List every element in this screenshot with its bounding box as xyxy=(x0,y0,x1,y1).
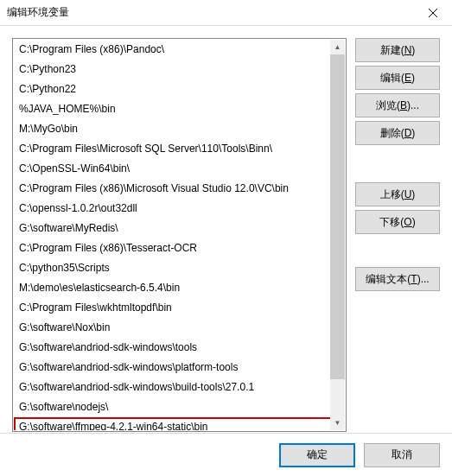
list-item[interactable]: C:\Program Files (x86)\Tesseract-OCR xyxy=(14,238,345,258)
list-item[interactable]: G:\software\MyRedis\ xyxy=(14,219,345,238)
scroll-thumb[interactable] xyxy=(330,54,345,379)
titlebar: 编辑环境变量 xyxy=(0,0,452,26)
window-title: 编辑环境变量 xyxy=(7,5,413,20)
move-up-button[interactable]: 上移(U) xyxy=(355,182,440,206)
list-item[interactable]: C:\openssl-1.0.2r\out32dll xyxy=(14,199,345,219)
close-button[interactable] xyxy=(413,0,452,26)
scroll-down-button[interactable]: ▼ xyxy=(330,416,345,430)
scroll-up-button[interactable]: ▲ xyxy=(330,40,345,54)
list-item[interactable]: %JAVA_HOME%\bin xyxy=(14,99,345,119)
list-item[interactable]: C:\Program Files\wkhtmltopdf\bin xyxy=(14,298,345,318)
list-item[interactable]: M:\MyGo\bin xyxy=(14,119,345,139)
spacer xyxy=(355,149,440,179)
list-item[interactable]: C:\python35\Scripts xyxy=(14,258,345,278)
edit-text-button[interactable]: 编辑文本(T)... xyxy=(355,267,440,291)
list-item[interactable]: C:\Program Files (x86)\Pandoc\ xyxy=(14,40,345,60)
close-icon xyxy=(429,9,437,17)
list-item[interactable]: G:\software\Nox\bin xyxy=(14,318,345,338)
list-item[interactable]: C:\OpenSSL-Win64\bin\ xyxy=(14,159,345,179)
ok-button[interactable]: 确定 xyxy=(279,443,355,467)
list-item[interactable]: G:\software\andriod-sdk-windows\platform… xyxy=(14,358,345,378)
list-item[interactable]: C:\Program Files (x86)\Microsoft Visual … xyxy=(14,179,345,199)
scroll-track[interactable] xyxy=(330,54,345,416)
buttons-column: 新建(N) 编辑(E) 浏览(B)... 删除(D) 上移(U) 下移(O) 编… xyxy=(355,38,440,432)
path-listbox[interactable]: C:\Program Files (x86)\Pandoc\C:\Python2… xyxy=(12,38,347,432)
list-inner: C:\Program Files (x86)\Pandoc\C:\Python2… xyxy=(14,40,345,430)
list-item[interactable]: C:\Python22 xyxy=(14,79,345,99)
spacer xyxy=(355,238,440,263)
cancel-button[interactable]: 取消 xyxy=(364,443,440,467)
list-item[interactable]: C:\Program Files\Microsoft SQL Server\11… xyxy=(14,139,345,159)
move-down-button[interactable]: 下移(O) xyxy=(355,210,440,234)
browse-button[interactable]: 浏览(B)... xyxy=(355,93,440,117)
list-item[interactable]: G:\software\andriod-sdk-windows\build-to… xyxy=(14,378,345,397)
list-item[interactable]: G:\software\nodejs\ xyxy=(14,397,345,417)
footer: 确定 取消 xyxy=(0,433,452,476)
list-item[interactable]: G:\software\ffmpeg-4.2.1-win64-static\bi… xyxy=(14,417,345,430)
edit-button[interactable]: 编辑(E) xyxy=(355,66,440,90)
delete-button[interactable]: 删除(D) xyxy=(355,121,440,145)
content-area: C:\Program Files (x86)\Pandoc\C:\Python2… xyxy=(0,26,452,432)
list-item[interactable]: C:\Python23 xyxy=(14,60,345,79)
new-button[interactable]: 新建(N) xyxy=(355,38,440,62)
list-item[interactable]: G:\software\andriod-sdk-windows\tools xyxy=(14,338,345,358)
list-item[interactable]: M:\demo\es\elasticsearch-6.5.4\bin xyxy=(14,278,345,298)
scrollbar[interactable]: ▲ ▼ xyxy=(330,40,345,430)
